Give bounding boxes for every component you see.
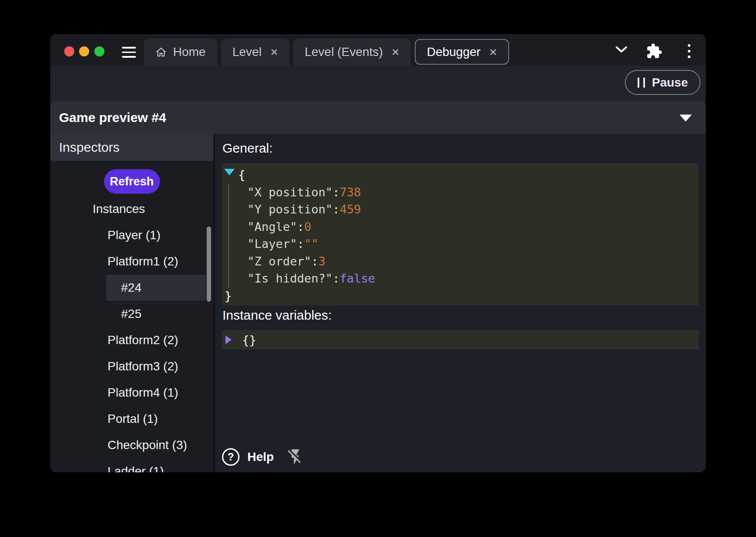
json-key: "Angle" <box>247 220 297 234</box>
debugger-toolbar: Pause <box>50 66 706 101</box>
tree-item-label: Checkpoint (3) <box>108 438 187 452</box>
instance-tree: Instances Player (1) Platform1 (2) #24 #… <box>50 196 213 472</box>
json-entries: "X position" : 738 "Y position" : 459 "A… <box>222 184 699 287</box>
tree-item-label: Player (1) <box>108 228 160 242</box>
refresh-button[interactable]: Refresh <box>104 169 160 194</box>
tree-item-label: Instances <box>93 202 145 216</box>
window-zoom-button[interactable] <box>94 46 104 56</box>
json-value: 3 <box>319 255 326 268</box>
json-open-line: { <box>222 166 699 184</box>
pause-button-label: Pause <box>652 76 688 90</box>
window-close-button[interactable] <box>64 46 74 56</box>
window-minimize-button[interactable] <box>79 46 89 56</box>
tab-close-icon[interactable]: × <box>489 45 497 59</box>
json-entry-line: "Z order" : 3 <box>222 253 699 270</box>
tab[interactable]: Level × <box>221 38 289 66</box>
inspectors-header: Inspectors <box>50 134 213 161</box>
instance-variables-label: Instance variables: <box>222 308 332 323</box>
json-sep: : <box>311 255 318 268</box>
json-entry-line: "Is hidden?" : false <box>222 270 699 287</box>
json-value: 0 <box>304 220 311 234</box>
flash-off-icon[interactable] <box>286 448 305 466</box>
json-value: 738 <box>340 185 361 199</box>
tree-item[interactable]: Platform1 (2) <box>50 248 213 275</box>
tab-label: Level (Events) <box>305 45 383 59</box>
tab-label: Level <box>232 45 262 59</box>
indent-guide-line <box>228 185 229 288</box>
inspectors-header-label: Inspectors <box>59 140 119 155</box>
tree-item[interactable]: #24 <box>106 275 206 301</box>
debugger-content: Inspectors Refresh Instances Player (1) … <box>50 134 706 472</box>
instance-variables-viewer: {} <box>222 330 699 349</box>
json-key: "Y position" <box>247 202 333 216</box>
tree-item[interactable]: Instances <box>50 196 213 222</box>
tree-item-label: Portal (1) <box>108 412 158 426</box>
collapse-caret-right-icon[interactable] <box>225 335 232 344</box>
json-key: "Layer" <box>247 237 297 251</box>
collapse-caret-down-icon[interactable] <box>224 169 235 175</box>
tree-item-label: #24 <box>121 281 142 295</box>
home-icon <box>155 46 167 58</box>
tab-close-icon[interactable]: × <box>392 45 399 59</box>
dropdown-triangle-icon[interactable] <box>680 115 692 122</box>
pause-bars-icon <box>638 77 645 88</box>
general-json-viewer: { "X position" : 738 "Y position" : 459 … <box>222 163 699 305</box>
game-preview-header[interactable]: Game preview #4 <box>50 101 706 134</box>
hamburger-menu-icon[interactable] <box>122 47 136 58</box>
tree-item[interactable]: Portal (1) <box>50 406 213 432</box>
help-row: ? Help <box>222 448 305 466</box>
tree-item-label: Platform4 (1) <box>108 386 178 400</box>
help-question-icon[interactable]: ? <box>222 448 239 466</box>
tree-item-label: Platform3 (2) <box>108 359 178 373</box>
tree-item-label: Platform1 (2) <box>108 255 178 268</box>
json-sep: : <box>297 237 304 251</box>
tab-label: Home <box>173 45 206 59</box>
json-value: false <box>340 272 375 285</box>
inspector-detail-panel: General: { "X position" : 738 "Y positio… <box>215 134 706 472</box>
tree-item[interactable]: Platform3 (2) <box>50 353 213 380</box>
json-value: "" <box>304 237 319 251</box>
json-close-line: } <box>222 287 699 305</box>
tree-item[interactable]: Checkpoint (3) <box>50 432 213 458</box>
tree-item[interactable]: Player (1) <box>50 222 213 248</box>
chevron-down-icon[interactable] <box>615 46 628 53</box>
json-entry-line: "X position" : 738 <box>222 184 699 201</box>
extensions-puzzle-icon[interactable] <box>646 43 662 59</box>
general-section-label: General: <box>222 141 273 156</box>
tree-item[interactable]: Platform4 (1) <box>50 380 213 406</box>
json-close-brace: } <box>225 289 232 303</box>
game-preview-title: Game preview #4 <box>59 110 166 125</box>
json-sep: : <box>333 272 340 285</box>
instance-variables-value: {} <box>242 333 257 347</box>
json-sep: : <box>297 220 304 234</box>
tab[interactable]: Level (Events) × <box>293 38 411 66</box>
json-key: "X position" <box>247 185 333 199</box>
tree-item-label: #25 <box>121 307 142 321</box>
tab-close-icon[interactable]: × <box>270 45 278 59</box>
tab-bar: Home Level × Level (Events) × Debugger × <box>50 34 706 66</box>
inspectors-sidebar: Inspectors Refresh Instances Player (1) … <box>50 134 213 472</box>
pause-button[interactable]: Pause <box>625 70 701 95</box>
tree-item[interactable]: Ladder (1) <box>50 458 213 472</box>
tab-strip: Home Level × Level (Events) × Debugger × <box>144 38 509 66</box>
json-key: "Is hidden?" <box>247 272 333 285</box>
json-sep: : <box>333 202 340 216</box>
tree-item-label: Ladder (1) <box>108 464 164 472</box>
debugger-window: Home Level × Level (Events) × Debugger × <box>50 34 706 472</box>
json-open-brace: { <box>238 168 245 181</box>
json-value: 459 <box>340 202 361 216</box>
json-entry-line: "Angle" : 0 <box>222 218 699 236</box>
tree-item-label: Platform2 (2) <box>108 333 178 347</box>
tree-item[interactable]: #25 <box>50 301 213 327</box>
tab[interactable]: Home <box>144 38 217 66</box>
tab-label: Debugger <box>427 45 481 59</box>
help-label: Help <box>247 450 274 464</box>
json-entry-line: "Layer" : "" <box>222 235 699 253</box>
kebab-menu-icon[interactable] <box>688 44 690 61</box>
tree-item[interactable]: Platform2 (2) <box>50 327 213 353</box>
sidebar-scrollbar[interactable] <box>207 227 211 302</box>
json-key: "Z order" <box>247 255 311 268</box>
json-sep: : <box>333 185 340 199</box>
tab[interactable]: Debugger × <box>415 39 510 65</box>
json-entry-line: "Y position" : 459 <box>222 201 699 218</box>
